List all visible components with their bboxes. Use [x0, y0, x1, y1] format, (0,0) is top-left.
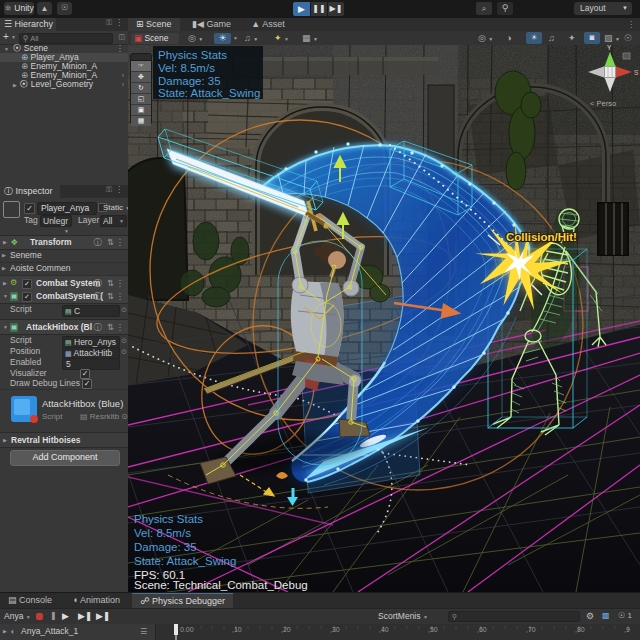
- svg-text:Collision/Hit!: Collision/Hit!: [506, 231, 577, 243]
- svg-text:,30: ,30: [330, 626, 340, 633]
- svg-text:Vel: 8.5m/s: Vel: 8.5m/s: [158, 62, 215, 74]
- svg-text:Damage: 35: Damage: 35: [134, 541, 197, 553]
- svg-text:,80: ,80: [575, 626, 585, 633]
- svg-text:Scene: Technical_Combat_Debug: Scene: Technical_Combat_Debug: [134, 579, 308, 591]
- svg-text:Y: Y: [607, 45, 612, 51]
- svg-text:0.00: 0.00: [180, 626, 194, 633]
- svg-text:,20: ,20: [281, 626, 291, 633]
- svg-text:Physics Stats: Physics Stats: [134, 513, 203, 525]
- svg-text:,50: ,50: [428, 626, 438, 633]
- svg-text:,9: ,9: [624, 626, 630, 633]
- svg-text:,10: ,10: [232, 626, 242, 633]
- svg-text:Physics Stats: Physics Stats: [158, 49, 227, 61]
- svg-text:Vel: 8.5m/s: Vel: 8.5m/s: [134, 527, 191, 539]
- svg-text:,60: ,60: [477, 626, 487, 633]
- svg-text:Damage: 35: Damage: 35: [158, 75, 221, 87]
- svg-text:< Perso: < Perso: [590, 99, 616, 108]
- svg-text:,40: ,40: [379, 626, 389, 633]
- svg-text:S: S: [634, 69, 639, 76]
- svg-text:,70: ,70: [526, 626, 536, 633]
- svg-text:State: Attack_Swing: State: Attack_Swing: [158, 87, 260, 99]
- svg-text:State: Attack_Swing: State: Attack_Swing: [134, 555, 236, 567]
